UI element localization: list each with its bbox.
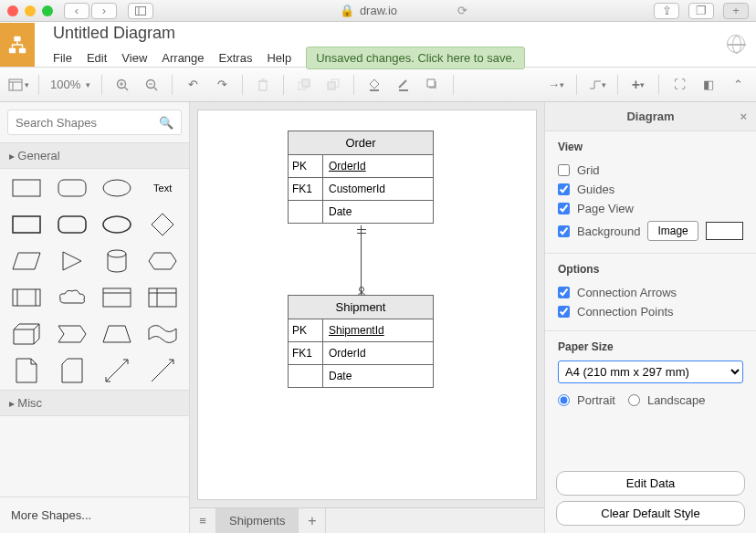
category-general[interactable]: ▸ General: [0, 142, 189, 169]
search-shapes[interactable]: 🔍: [7, 110, 182, 135]
row-key: PK: [289, 155, 323, 177]
collapse-icon[interactable]: ⌃: [725, 73, 751, 97]
shape-note[interactable]: [9, 359, 44, 382]
svg-rect-29: [13, 216, 40, 233]
undo-button[interactable]: ↶: [180, 73, 205, 97]
category-misc[interactable]: ▸ Misc: [0, 390, 189, 416]
address-bar[interactable]: 🔒 draw.io ⟳: [250, 4, 557, 17]
page-layout-button[interactable]: ▾: [5, 73, 31, 97]
sidebar-toggle[interactable]: [128, 3, 153, 19]
menu-file[interactable]: File: [53, 51, 72, 65]
to-back-button[interactable]: [320, 73, 346, 97]
svg-point-43: [360, 287, 364, 292]
shape-step[interactable]: [55, 322, 89, 346]
new-tab-button[interactable]: +: [723, 3, 749, 19]
shape-rounded[interactable]: [55, 176, 89, 200]
relationship-line[interactable]: [361, 225, 362, 295]
opt-label: Grid: [577, 163, 600, 177]
opt-landscape[interactable]: Landscape: [628, 391, 706, 410]
page-tab-active[interactable]: Shipments: [216, 508, 299, 533]
connection-button[interactable]: → ▾: [543, 73, 569, 97]
image-button[interactable]: Image: [647, 221, 698, 241]
back-button[interactable]: ‹: [64, 3, 89, 19]
shape-arrow[interactable]: [145, 359, 180, 382]
shape-ellipse-f[interactable]: [100, 213, 135, 236]
forward-button[interactable]: ›: [91, 3, 117, 19]
zoom-level[interactable]: 100%▾: [47, 78, 94, 91]
section-options: Options Connection Arrows Connection Poi…: [545, 254, 756, 331]
fullscreen-icon[interactable]: ⛶: [667, 73, 692, 97]
shape-parallelogram[interactable]: [9, 249, 44, 273]
format-panel-icon[interactable]: ◧: [696, 73, 721, 97]
menu-help[interactable]: Help: [267, 51, 291, 65]
entity-order[interactable]: Order PKOrderId FK1CustomerId Date: [288, 131, 434, 224]
reload-icon[interactable]: ⟳: [457, 4, 467, 17]
share-button[interactable]: ⇪: [654, 3, 679, 19]
shape-triangle[interactable]: [55, 249, 89, 273]
document-title[interactable]: Untitled Diagram: [38, 20, 756, 43]
shape-header[interactable]: [100, 286, 135, 309]
minimize-window[interactable]: [25, 5, 36, 16]
insert-button[interactable]: + ▾: [625, 73, 651, 97]
shape-trapezoid[interactable]: [100, 322, 135, 346]
redo-button[interactable]: ↷: [209, 73, 235, 97]
tabs-button[interactable]: ❐: [688, 3, 714, 19]
shape-process[interactable]: [9, 286, 44, 309]
format-panel-title: Diagram ×: [545, 102, 756, 131]
menu-edit[interactable]: Edit: [87, 51, 107, 65]
zoom-out-button[interactable]: [139, 73, 164, 97]
menu-view[interactable]: View: [121, 51, 147, 65]
shape-cylinder[interactable]: [100, 249, 135, 273]
save-notice[interactable]: Unsaved changes. Click here to save.: [306, 47, 525, 69]
zoom-in-button[interactable]: [110, 73, 135, 97]
shape-tape[interactable]: [145, 322, 180, 346]
page-tabs: ≡ Shipments +: [190, 507, 544, 533]
shape-card[interactable]: [55, 359, 89, 382]
shape-cloud[interactable]: [55, 286, 89, 309]
paper-size-select[interactable]: A4 (210 mm x 297 mm): [558, 361, 743, 383]
search-input[interactable]: [16, 116, 143, 130]
more-shapes[interactable]: More Shapes...: [0, 496, 189, 533]
fill-color-button[interactable]: [362, 73, 387, 97]
delete-button[interactable]: [250, 73, 276, 97]
zoom-window[interactable]: [42, 5, 53, 16]
line-color-button[interactable]: [391, 73, 416, 97]
shape-table[interactable]: [145, 286, 180, 309]
opt-label: Guides: [577, 183, 614, 196]
opt-connection-points[interactable]: Connection Points: [558, 302, 743, 321]
edit-data-button[interactable]: Edit Data: [556, 471, 745, 496]
drawing-sheet[interactable]: Order PKOrderId FK1CustomerId Date Shipm…: [197, 110, 537, 500]
bg-color-swatch[interactable]: [706, 222, 743, 240]
close-window[interactable]: [7, 5, 18, 16]
shadow-button[interactable]: [420, 73, 446, 97]
shape-diamond[interactable]: [145, 213, 180, 236]
menu-extras[interactable]: Extras: [219, 51, 253, 65]
shape-hexagon[interactable]: [145, 249, 180, 273]
menu-arrange[interactable]: Arrange: [162, 51, 204, 65]
close-icon[interactable]: ×: [740, 110, 747, 123]
waypoints-button[interactable]: ▾: [584, 73, 610, 97]
opt-portrait[interactable]: Portrait: [558, 391, 615, 410]
svg-rect-26: [13, 180, 40, 196]
shape-rounded-f[interactable]: [55, 213, 89, 236]
bg-checkbox[interactable]: [558, 225, 570, 237]
shape-text[interactable]: Text: [145, 176, 180, 200]
pages-menu[interactable]: ≡: [190, 508, 216, 533]
to-front-button[interactable]: [291, 73, 317, 97]
shape-cube[interactable]: [9, 322, 44, 346]
menubar: File Edit View Arrange Extras Help Unsav…: [38, 43, 756, 69]
shape-rect-f[interactable]: [9, 213, 44, 236]
drawio-logo: [0, 23, 35, 67]
opt-connection-arrows[interactable]: Connection Arrows: [558, 283, 743, 302]
shape-bidir[interactable]: [100, 359, 135, 382]
shape-ellipse[interactable]: [100, 176, 135, 200]
clear-style-button[interactable]: Clear Default Style: [556, 501, 745, 526]
opt-guides[interactable]: Guides: [558, 180, 743, 199]
opt-grid[interactable]: Grid: [558, 161, 743, 180]
entity-shipment[interactable]: Shipment PKShipmentId FK1OrderId Date: [288, 295, 434, 388]
shape-rect[interactable]: [9, 176, 44, 200]
svg-point-31: [103, 216, 131, 233]
language-icon[interactable]: [727, 35, 745, 53]
add-page[interactable]: +: [299, 508, 326, 533]
opt-pageview[interactable]: Page View: [558, 199, 743, 218]
